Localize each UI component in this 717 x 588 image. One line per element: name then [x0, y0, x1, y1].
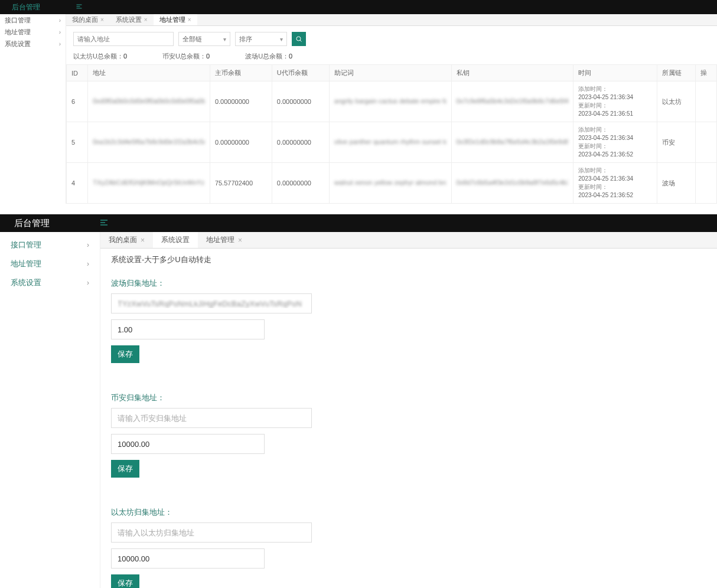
close-icon[interactable]: ×	[141, 236, 145, 244]
tab-label: 我的桌面	[72, 15, 98, 24]
cell-addr: 0xa1b2c3d4e5f6a7b8c9d0e1f2a3b4c5d6e7f8a9…	[88, 122, 210, 163]
tab-system[interactable]: 系统设置×	[110, 14, 154, 25]
save-button[interactable]: 保存	[111, 460, 139, 478]
address-manage-panel: 后台管理 接口管理› 地址管理› 系统设置› 我的桌面× 系统设置× 地址管理×…	[0, 0, 717, 204]
tab-system[interactable]: 系统设置	[153, 232, 198, 248]
sidebar-toggle-icon[interactable]	[76, 3, 83, 12]
system-settings-panel: 后台管理 接口管理› 地址管理› 系统设置› 我的桌面× 系统设置 地址管理× …	[0, 214, 717, 588]
settings-section: 币安归集地址：保存	[100, 382, 717, 496]
stat-eth: 以太坊U总余额：0	[73, 52, 127, 61]
save-button[interactable]: 保存	[111, 574, 139, 588]
sidebar-item-label: 系统设置	[5, 40, 31, 48]
cell-mne: angrily bargain cactus debate empire fab…	[329, 81, 451, 122]
close-icon[interactable]: ×	[100, 17, 104, 23]
col-u: U代币余额	[272, 65, 329, 81]
sidebar: 接口管理› 地址管理› 系统设置›	[0, 14, 66, 204]
col-addr: 地址	[88, 65, 210, 81]
close-icon[interactable]: ×	[188, 17, 191, 23]
tab-desktop[interactable]: 我的桌面×	[66, 14, 110, 25]
cell-pk: 0x3f2e1d0c9b8a7f6e5d4c3b2a1f0e9d8c7b6a5f…	[451, 122, 573, 163]
tab-desktop[interactable]: 我的桌面×	[100, 232, 153, 248]
close-icon[interactable]: ×	[238, 236, 242, 244]
chevron-down-icon: ▾	[223, 36, 226, 43]
cell-op[interactable]	[695, 163, 716, 204]
address-search-input[interactable]	[73, 32, 174, 46]
table-row: 60xd0f0a0b0c0d0e0f0a0b0c0d0e0f0a0b0c0d0e…	[67, 81, 717, 122]
sidebar-item-label: 接口管理	[11, 240, 41, 250]
svg-point-3	[296, 37, 301, 41]
sidebar-item-api[interactable]: 接口管理›	[0, 236, 100, 254]
threshold-input[interactable]	[111, 434, 265, 454]
cell-main: 0.00000000	[210, 81, 272, 122]
cell-u: 0.00000000	[272, 122, 329, 163]
close-icon[interactable]: ×	[144, 17, 148, 23]
chevron-right-icon: ›	[87, 279, 89, 287]
svg-line-4	[300, 40, 302, 42]
col-main: 主币余额	[210, 65, 272, 81]
chevron-down-icon: ▾	[280, 36, 283, 43]
tab-label: 系统设置	[161, 235, 190, 245]
cell-id: 6	[67, 81, 88, 122]
chain-select[interactable]: 全部链▾	[178, 32, 230, 46]
chevron-right-icon: ›	[59, 29, 61, 35]
save-button[interactable]: 保存	[111, 345, 139, 363]
section-title: 以太坊归集地址：	[111, 507, 706, 518]
tab-label: 系统设置	[116, 15, 142, 24]
cell-pk: 0x7c9e8f6a5b4c3d2e1f0a9b8c7d6e5f4a3b2c1d…	[451, 81, 573, 122]
threshold-input[interactable]	[111, 319, 265, 339]
topbar: 后台管理	[0, 0, 717, 14]
col-chain: 所属链	[657, 65, 696, 81]
collect-address-input[interactable]	[111, 522, 312, 543]
select-value: 全部链	[182, 35, 202, 44]
sort-select[interactable]: 排序▾	[235, 32, 287, 46]
tab-address[interactable]: 地址管理×	[198, 232, 250, 248]
table-row: 4TXyZAbCdEfGhIjKlMnOpQrStUvWxYz123456789…	[67, 163, 717, 204]
chevron-right-icon: ›	[87, 241, 89, 249]
settings-section: 以太坊归集地址：保存	[100, 496, 717, 588]
section-title: 币安归集地址：	[111, 393, 706, 403]
sidebar-item-label: 地址管理	[5, 28, 31, 37]
cell-op[interactable]	[695, 81, 716, 122]
main-content: 我的桌面× 系统设置 地址管理× 系统设置-大于多少U自动转走 波场归集地址：保…	[100, 232, 717, 588]
section-title: 波场归集地址：	[111, 278, 706, 289]
cell-op[interactable]	[695, 122, 716, 163]
tab-label: 地址管理	[159, 15, 185, 24]
cell-time: 添加时间：2023-04-25 21:36:34更新时间：2023-04-25 …	[573, 81, 657, 122]
cell-main: 0.00000000	[210, 122, 272, 163]
chevron-right-icon: ›	[59, 41, 61, 47]
sidebar-item-address[interactable]: 地址管理›	[0, 26, 66, 38]
col-time: 时间	[573, 65, 657, 81]
stat-bian: 币安U总余额：0	[162, 52, 210, 61]
filter-bar: 全部链▾ 排序▾	[66, 26, 717, 50]
cell-u: 0.00000000	[272, 81, 329, 122]
cell-time: 添加时间：2023-04-25 21:36:34更新时间：2023-04-25 …	[573, 122, 657, 163]
tab-bar: 我的桌面× 系统设置× 地址管理×	[66, 14, 717, 26]
chevron-right-icon: ›	[59, 17, 61, 24]
cell-id: 5	[67, 122, 88, 163]
cell-addr: TXyZAbCdEfGhIjKlMnOpQrStUvWxYz1234567890	[88, 163, 210, 204]
cell-id: 4	[67, 163, 88, 204]
cell-chain: 波场	[657, 163, 696, 204]
tab-address[interactable]: 地址管理×	[154, 14, 197, 25]
sidebar-item-api[interactable]: 接口管理›	[0, 14, 66, 26]
settings-section: 波场归集地址：保存	[100, 267, 717, 382]
sidebar-item-system[interactable]: 系统设置›	[0, 38, 66, 50]
sidebar-item-system[interactable]: 系统设置›	[0, 273, 100, 292]
brand-title: 后台管理	[0, 218, 64, 229]
collect-address-input[interactable]	[111, 408, 312, 428]
cell-u: 0.00000000	[272, 163, 329, 204]
tab-label: 我的桌面	[109, 235, 137, 245]
sidebar-item-address[interactable]: 地址管理›	[0, 254, 100, 273]
cell-time: 添加时间：2023-04-25 21:36:34更新时间：2023-04-25 …	[573, 163, 657, 204]
table-row: 50xa1b2c3d4e5f6a7b8c9d0e1f2a3b4c5d6e7f8a…	[67, 122, 717, 163]
collect-address-input[interactable]	[111, 293, 312, 313]
sidebar-toggle-icon[interactable]	[99, 218, 109, 229]
search-button[interactable]	[292, 32, 306, 46]
sidebar: 接口管理› 地址管理› 系统设置›	[0, 232, 100, 588]
col-op: 操	[695, 65, 716, 81]
stat-bosch: 波场U总余额：0	[245, 52, 292, 61]
threshold-input[interactable]	[111, 548, 265, 569]
sidebar-item-label: 接口管理	[5, 16, 31, 25]
tab-bar: 我的桌面× 系统设置 地址管理×	[100, 232, 717, 249]
cell-chain: 币安	[657, 122, 696, 163]
